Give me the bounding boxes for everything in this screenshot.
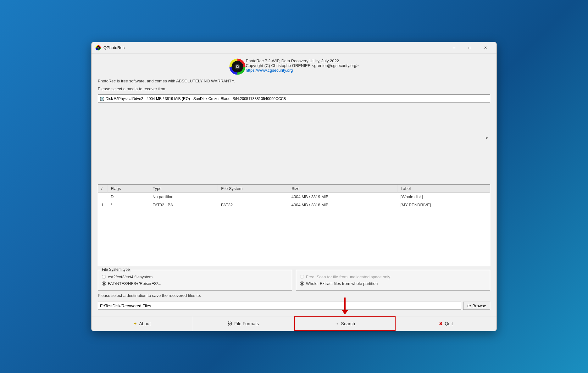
free-radio-label: Free: Scan for file from unallocated spa… xyxy=(306,275,390,279)
file-formats-button[interactable]: 🖼 File Formats xyxy=(193,316,295,331)
table-row[interactable]: 1 * FAT32 LBA FAT32 4004 MB / 3818 MiB [… xyxy=(98,201,490,209)
app-info-title: PhotoRec 7.2-WIP, Data Recovery Utility,… xyxy=(246,58,358,63)
cell-num xyxy=(98,193,108,201)
cell-filesystem: FAT32 xyxy=(218,201,288,209)
quit-icon: ✖ xyxy=(439,321,443,326)
close-button[interactable]: ✕ xyxy=(478,43,493,53)
fat-radio-button[interactable] xyxy=(102,281,106,286)
svg-point-3 xyxy=(98,47,99,48)
main-window: QPhotoRec ─ □ ✕ PhotoRec 7.2-WIP, Data R… xyxy=(91,42,497,331)
quit-label: Quit xyxy=(445,321,453,326)
cell-label: [MY PENDRIVE] xyxy=(397,201,490,209)
browse-icon: 🗁 xyxy=(467,303,471,308)
app-icon xyxy=(95,45,101,51)
free-radio-row: Free: Scan for file from unallocated spa… xyxy=(300,275,486,279)
panels-row: File System type ext2/ext3/ext4 filesyst… xyxy=(98,270,490,291)
bottom-section: File System type ext2/ext3/ext4 filesyst… xyxy=(98,270,490,310)
col-header-flags: Flags xyxy=(108,185,149,193)
ext-radio-row[interactable]: ext2/ext3/ext4 filesystem xyxy=(102,275,288,279)
quit-button[interactable]: ✖ Quit xyxy=(396,316,497,331)
cell-size: 4004 MB / 3818 MiB xyxy=(288,201,397,209)
svg-point-8 xyxy=(238,66,238,66)
file-formats-icon: 🖼 xyxy=(228,321,232,326)
filesystem-panel: File System type ext2/ext3/ext4 filesyst… xyxy=(98,270,292,291)
search-label: Search xyxy=(341,321,355,326)
cell-filesystem xyxy=(218,193,288,201)
window-controls: ─ □ ✕ xyxy=(447,43,493,53)
cell-num: 1 xyxy=(98,201,108,209)
fat-radio-row[interactable]: FAT/NTFS/HFS+/ReiserFS/... xyxy=(102,281,288,286)
browse-button[interactable]: 🗁 Browse xyxy=(463,302,490,310)
col-header-type: Type xyxy=(149,185,218,193)
ext-radio-button[interactable] xyxy=(102,275,106,279)
search-icon: → xyxy=(335,321,339,326)
col-header-label: Label xyxy=(397,185,490,193)
about-button[interactable]: ✦ About xyxy=(92,316,193,331)
app-info: PhotoRec 7.2-WIP, Data Recovery Utility,… xyxy=(246,58,358,73)
cell-type: No partition xyxy=(149,193,218,201)
table-header-row: / Flags Type File System Size Label xyxy=(98,185,490,193)
minimize-button[interactable]: ─ xyxy=(447,43,461,53)
disk-selector-wrapper[interactable]: 💽Disk \\.\PhysicalDrive2 - 4004 MB / 381… xyxy=(98,94,490,182)
col-header-num: / xyxy=(98,185,108,193)
search-button[interactable]: → Search xyxy=(294,316,396,331)
cell-flags: * xyxy=(108,201,149,209)
ext-radio-label: ext2/ext3/ext4 filesystem xyxy=(108,275,153,279)
info-line1: PhotoRec is free software, and comes wit… xyxy=(98,79,490,83)
col-header-size: Size xyxy=(288,185,397,193)
free-radio-button xyxy=(300,275,304,279)
app-header: PhotoRec 7.2-WIP, Data Recovery Utility,… xyxy=(98,58,490,75)
window-title: QPhotoRec xyxy=(103,45,447,50)
info-line2: Please select a media to recover from xyxy=(98,86,490,91)
partition-tbody: D No partition 4004 MB / 3819 MiB [Whole… xyxy=(98,193,490,209)
photorec-logo xyxy=(229,58,246,75)
dropdown-arrow-icon: ▼ xyxy=(485,136,488,140)
footer-buttons: ✦ About 🖼 File Formats → Search ✖ Quit xyxy=(92,316,496,331)
cell-size: 4004 MB / 3819 MiB xyxy=(288,193,397,201)
maximize-button[interactable]: □ xyxy=(463,43,477,53)
table-row[interactable]: D No partition 4004 MB / 3819 MiB [Whole… xyxy=(98,193,490,201)
disk-select-display[interactable]: 💽Disk \\.\PhysicalDrive2 - 4004 MB / 381… xyxy=(98,94,490,103)
whole-radio-button[interactable] xyxy=(300,281,304,286)
destination-label: Please select a destination to save the … xyxy=(98,293,490,298)
cell-flags: D xyxy=(108,193,149,201)
filesystem-panel-label: File System type xyxy=(101,267,131,272)
cell-type: FAT32 LBA xyxy=(149,201,218,209)
about-label: About xyxy=(139,321,151,326)
browse-label: Browse xyxy=(473,303,486,308)
search-btn-wrapper: → Search xyxy=(294,316,396,331)
whole-radio-row[interactable]: Whole: Extract files from whole partitio… xyxy=(300,281,486,286)
about-icon: ✦ xyxy=(133,321,137,326)
disk-select-value: Disk \\.\PhysicalDrive2 - 4004 MB / 3819… xyxy=(106,97,286,101)
col-header-filesystem: File System xyxy=(218,185,288,193)
titlebar: QPhotoRec ─ □ ✕ xyxy=(92,42,496,53)
app-info-link[interactable]: https://www.cgsecurity.org xyxy=(246,68,358,73)
content-area: PhotoRec 7.2-WIP, Data Recovery Utility,… xyxy=(92,53,496,315)
destination-input[interactable] xyxy=(98,302,461,310)
fat-radio-label: FAT/NTFS/HFS+/ReiserFS/... xyxy=(108,281,161,286)
partition-table-container: / Flags Type File System Size Label D No… xyxy=(98,184,490,266)
app-info-copyright: Copyright (C) Christophe GRENIER <grenie… xyxy=(246,63,358,68)
whole-radio-label: Whole: Extract files from whole partitio… xyxy=(306,281,378,286)
file-formats-label: File Formats xyxy=(234,321,259,326)
partition-table: / Flags Type File System Size Label D No… xyxy=(98,185,490,209)
scan-panel: Free: Scan for file from unallocated spa… xyxy=(296,270,490,291)
destination-row: 🗁 Browse xyxy=(98,302,490,310)
cell-label: [Whole disk] xyxy=(397,193,490,201)
